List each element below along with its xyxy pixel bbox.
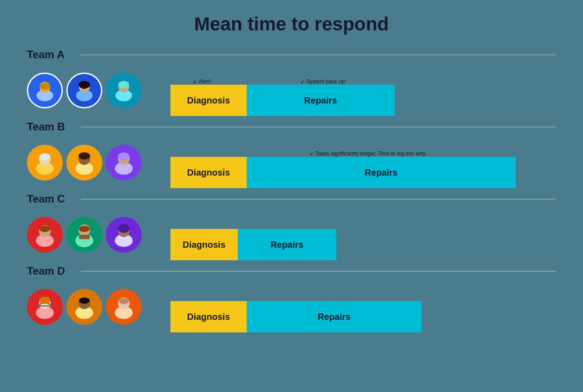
team-b-repairs-bar: Repairs	[247, 157, 516, 188]
team-a-bar-area: ↙ Alert! ↙ System back up! Diagnosis Rep…	[170, 65, 556, 116]
team-d-avatars	[27, 289, 170, 325]
team-c-repairs-bar: Repairs	[238, 229, 336, 260]
svg-rect-32	[79, 235, 90, 239]
team-d-header: Team D	[27, 265, 556, 277]
team-b-bar-area: ↙ Takes significantly longer. Time to di…	[170, 137, 556, 188]
team-c-bars: Diagnosis Repairs	[170, 229, 556, 260]
svg-point-44	[39, 297, 50, 304]
team-b-bars: Diagnosis Repairs	[170, 157, 556, 188]
svg-point-16	[39, 154, 50, 160]
team-c-diagnosis-bar: Diagnosis	[170, 229, 238, 260]
team-d-diagnosis-bar: Diagnosis	[170, 301, 247, 332]
team-c-section: Team C	[27, 193, 556, 265]
team-c-avatar-3	[106, 217, 142, 253]
svg-point-20	[78, 152, 90, 159]
team-a-avatar-3	[106, 73, 142, 108]
svg-point-12	[118, 81, 129, 88]
team-c-header: Team C	[27, 193, 556, 205]
team-b-avatar-1	[27, 145, 63, 181]
team-d-label: Team D	[27, 265, 81, 277]
svg-point-28	[39, 226, 50, 232]
team-b-row: ↙ Takes significantly longer. Time to di…	[27, 137, 556, 188]
team-a-avatar-1	[27, 73, 63, 108]
team-d-divider	[81, 271, 556, 271]
team-b-annotation-1: ↙ Takes significantly longer. Time to di…	[309, 151, 426, 157]
team-a-annotation-2: ↙ System back up!	[300, 78, 346, 85]
team-b-label: Team B	[27, 121, 81, 133]
team-a-row: ↙ Alert! ↙ System back up! Diagnosis Rep…	[27, 65, 556, 116]
team-c-divider	[81, 199, 556, 199]
team-b-header: Team B	[27, 121, 556, 133]
team-d-bar-area: Diagnosis Repairs	[170, 281, 556, 332]
team-d-section: Team D	[27, 265, 556, 337]
team-b-diagnosis-bar: Diagnosis	[170, 157, 247, 188]
team-a-diagnosis-bar: Diagnosis	[170, 85, 247, 116]
team-a-avatars	[27, 73, 170, 108]
team-c-label: Team C	[27, 193, 81, 205]
svg-point-33	[79, 226, 90, 232]
page-title: Mean time to respond	[194, 13, 389, 35]
team-c-avatars	[27, 217, 170, 253]
svg-point-3	[39, 83, 50, 90]
team-d-row: Diagnosis Repairs	[27, 281, 556, 332]
chart-container: Team A	[27, 48, 556, 337]
team-d-avatar-1	[27, 289, 63, 325]
team-d-repairs-bar: Repairs	[247, 301, 422, 332]
team-a-repairs-bar: Repairs	[247, 85, 395, 116]
team-a-section: Team A	[27, 48, 556, 121]
team-b-avatar-2	[66, 145, 102, 181]
team-a-header: Team A	[27, 48, 556, 61]
team-d-bars: Diagnosis Repairs	[170, 301, 556, 332]
team-c-avatar-1	[27, 217, 63, 253]
team-c-bar-area: Diagnosis Repairs	[170, 209, 556, 260]
team-a-divider	[81, 55, 556, 55]
svg-point-37	[118, 224, 130, 233]
team-a-label: Team A	[27, 48, 81, 61]
svg-point-48	[79, 297, 90, 304]
svg-point-24	[118, 152, 130, 160]
team-b-section: Team B	[27, 121, 556, 193]
team-a-avatar-2	[66, 73, 102, 108]
team-b-avatar-3	[106, 145, 142, 181]
team-d-avatar-2	[66, 289, 102, 325]
team-b-avatars	[27, 145, 170, 181]
team-c-row: Diagnosis Repairs	[27, 209, 556, 260]
team-c-avatar-2	[66, 217, 102, 253]
team-a-bars: Diagnosis Repairs	[170, 85, 556, 116]
team-d-avatar-3	[106, 289, 142, 325]
team-a-annotation-1: ↙ Alert!	[193, 78, 211, 85]
svg-point-8	[81, 85, 88, 89]
team-b-divider	[81, 127, 556, 127]
svg-point-52	[119, 298, 129, 304]
